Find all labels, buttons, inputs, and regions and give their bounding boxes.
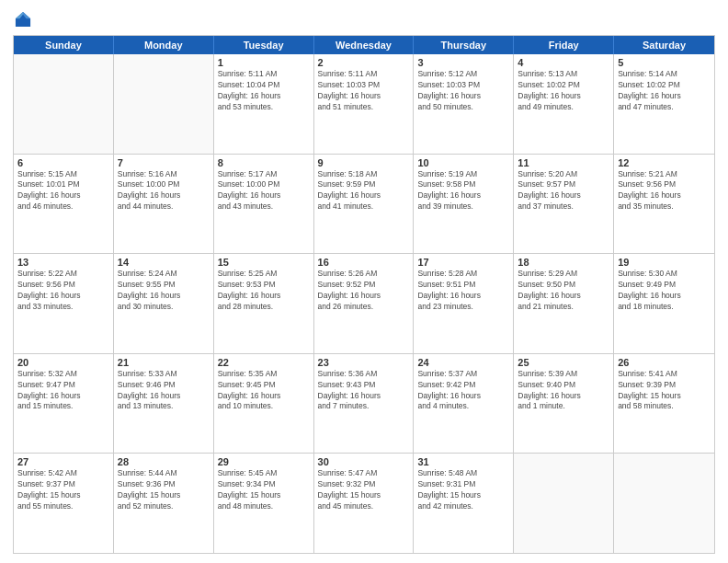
calendar-row-4: 20Sunrise: 5:32 AM Sunset: 9:47 PM Dayli…	[14, 353, 714, 454]
calendar-row-3: 13Sunrise: 5:22 AM Sunset: 9:56 PM Dayli…	[14, 253, 714, 353]
day-info: Sunrise: 5:11 AM Sunset: 10:03 PM Daylig…	[318, 69, 410, 113]
day-cell-15: 15Sunrise: 5:25 AM Sunset: 9:53 PM Dayli…	[214, 254, 314, 353]
day-number: 1	[218, 57, 310, 68]
day-cell-20: 20Sunrise: 5:32 AM Sunset: 9:47 PM Dayli…	[14, 354, 114, 454]
day-info: Sunrise: 5:37 AM Sunset: 9:42 PM Dayligh…	[417, 369, 509, 413]
day-info: Sunrise: 5:35 AM Sunset: 9:45 PM Dayligh…	[218, 369, 310, 413]
day-cell-23: 23Sunrise: 5:36 AM Sunset: 9:43 PM Dayli…	[314, 354, 415, 454]
day-info: Sunrise: 5:39 AM Sunset: 9:40 PM Dayligh…	[518, 369, 609, 413]
calendar-row-1: 1Sunrise: 5:11 AM Sunset: 10:04 PM Dayli…	[14, 54, 714, 154]
day-number: 21	[118, 357, 210, 368]
day-cell-4: 4Sunrise: 5:13 AM Sunset: 10:02 PM Dayli…	[514, 54, 614, 154]
day-info: Sunrise: 5:17 AM Sunset: 10:00 PM Daylig…	[218, 169, 310, 213]
day-info: Sunrise: 5:11 AM Sunset: 10:04 PM Daylig…	[218, 69, 310, 113]
day-cell-9: 9Sunrise: 5:18 AM Sunset: 9:59 PM Daylig…	[314, 155, 415, 254]
day-cell-18: 18Sunrise: 5:29 AM Sunset: 9:50 PM Dayli…	[514, 254, 614, 353]
day-cell-26: 26Sunrise: 5:41 AM Sunset: 9:39 PM Dayli…	[614, 354, 714, 454]
day-cell-19: 19Sunrise: 5:30 AM Sunset: 9:49 PM Dayli…	[614, 254, 714, 353]
day-number: 12	[618, 157, 711, 168]
day-cell-16: 16Sunrise: 5:26 AM Sunset: 9:52 PM Dayli…	[314, 254, 415, 353]
day-info: Sunrise: 5:32 AM Sunset: 9:47 PM Dayligh…	[17, 369, 109, 413]
day-number: 14	[118, 257, 210, 268]
day-number: 29	[218, 456, 310, 467]
day-cell-14: 14Sunrise: 5:24 AM Sunset: 9:55 PM Dayli…	[114, 254, 214, 353]
day-number: 10	[417, 157, 509, 168]
day-cell-21: 21Sunrise: 5:33 AM Sunset: 9:46 PM Dayli…	[114, 354, 214, 454]
calendar-row-5: 27Sunrise: 5:42 AM Sunset: 9:37 PM Dayli…	[14, 453, 714, 553]
day-number: 30	[318, 456, 410, 467]
day-cell-2: 2Sunrise: 5:11 AM Sunset: 10:03 PM Dayli…	[314, 54, 415, 154]
day-cell-1: 1Sunrise: 5:11 AM Sunset: 10:04 PM Dayli…	[214, 54, 314, 154]
day-number: 20	[17, 357, 109, 368]
page: SundayMondayTuesdayWednesdayThursdayFrid…	[0, 0, 728, 563]
day-number: 26	[618, 357, 711, 368]
day-info: Sunrise: 5:18 AM Sunset: 9:59 PM Dayligh…	[318, 169, 410, 213]
day-info: Sunrise: 5:28 AM Sunset: 9:51 PM Dayligh…	[417, 269, 509, 313]
day-number: 9	[318, 157, 410, 168]
day-info: Sunrise: 5:41 AM Sunset: 9:39 PM Dayligh…	[618, 369, 711, 413]
calendar: SundayMondayTuesdayWednesdayThursdayFrid…	[13, 35, 715, 554]
day-info: Sunrise: 5:26 AM Sunset: 9:52 PM Dayligh…	[318, 269, 410, 313]
day-cell-11: 11Sunrise: 5:20 AM Sunset: 9:57 PM Dayli…	[514, 155, 614, 254]
day-number: 24	[417, 357, 509, 368]
day-info: Sunrise: 5:36 AM Sunset: 9:43 PM Dayligh…	[318, 369, 410, 413]
day-number: 4	[518, 57, 609, 68]
day-cell-6: 6Sunrise: 5:15 AM Sunset: 10:01 PM Dayli…	[14, 155, 114, 254]
day-cell-27: 27Sunrise: 5:42 AM Sunset: 9:37 PM Dayli…	[14, 454, 114, 553]
day-number: 15	[218, 257, 310, 268]
day-number: 13	[17, 257, 109, 268]
day-info: Sunrise: 5:15 AM Sunset: 10:01 PM Daylig…	[17, 169, 109, 213]
empty-cell	[14, 54, 114, 154]
day-number: 11	[518, 157, 609, 168]
day-number: 8	[218, 157, 310, 168]
weekday-header-tuesday: Tuesday	[214, 36, 314, 54]
empty-cell	[114, 54, 214, 154]
day-number: 7	[118, 157, 210, 168]
day-info: Sunrise: 5:12 AM Sunset: 10:03 PM Daylig…	[417, 69, 509, 113]
day-cell-12: 12Sunrise: 5:21 AM Sunset: 9:56 PM Dayli…	[614, 155, 714, 254]
day-info: Sunrise: 5:13 AM Sunset: 10:02 PM Daylig…	[518, 69, 609, 113]
empty-cell	[514, 454, 614, 553]
day-number: 16	[318, 257, 410, 268]
day-info: Sunrise: 5:33 AM Sunset: 9:46 PM Dayligh…	[118, 369, 210, 413]
day-cell-25: 25Sunrise: 5:39 AM Sunset: 9:40 PM Dayli…	[514, 354, 614, 454]
weekday-header-wednesday: Wednesday	[314, 36, 415, 54]
weekday-header-saturday: Saturday	[614, 36, 714, 54]
day-info: Sunrise: 5:44 AM Sunset: 9:36 PM Dayligh…	[118, 468, 210, 512]
day-cell-5: 5Sunrise: 5:14 AM Sunset: 10:02 PM Dayli…	[614, 54, 714, 154]
calendar-header: SundayMondayTuesdayWednesdayThursdayFrid…	[14, 36, 714, 54]
day-number: 2	[318, 57, 410, 68]
day-cell-30: 30Sunrise: 5:47 AM Sunset: 9:32 PM Dayli…	[314, 454, 415, 553]
day-cell-13: 13Sunrise: 5:22 AM Sunset: 9:56 PM Dayli…	[14, 254, 114, 353]
day-number: 31	[417, 456, 509, 467]
day-number: 17	[417, 257, 509, 268]
day-info: Sunrise: 5:14 AM Sunset: 10:02 PM Daylig…	[618, 69, 711, 113]
logo	[13, 9, 37, 29]
day-cell-28: 28Sunrise: 5:44 AM Sunset: 9:36 PM Dayli…	[114, 454, 214, 553]
day-number: 25	[518, 357, 609, 368]
day-cell-22: 22Sunrise: 5:35 AM Sunset: 9:45 PM Dayli…	[214, 354, 314, 454]
logo-icon	[13, 9, 33, 29]
day-number: 28	[118, 456, 210, 467]
day-info: Sunrise: 5:20 AM Sunset: 9:57 PM Dayligh…	[518, 169, 609, 213]
day-info: Sunrise: 5:22 AM Sunset: 9:56 PM Dayligh…	[17, 269, 109, 313]
day-info: Sunrise: 5:25 AM Sunset: 9:53 PM Dayligh…	[218, 269, 310, 313]
day-info: Sunrise: 5:47 AM Sunset: 9:32 PM Dayligh…	[318, 468, 410, 512]
day-info: Sunrise: 5:16 AM Sunset: 10:00 PM Daylig…	[118, 169, 210, 213]
calendar-row-2: 6Sunrise: 5:15 AM Sunset: 10:01 PM Dayli…	[14, 154, 714, 254]
day-info: Sunrise: 5:21 AM Sunset: 9:56 PM Dayligh…	[618, 169, 711, 213]
day-info: Sunrise: 5:19 AM Sunset: 9:58 PM Dayligh…	[417, 169, 509, 213]
day-info: Sunrise: 5:45 AM Sunset: 9:34 PM Dayligh…	[218, 468, 310, 512]
day-cell-17: 17Sunrise: 5:28 AM Sunset: 9:51 PM Dayli…	[414, 254, 514, 353]
weekday-header-monday: Monday	[114, 36, 214, 54]
day-number: 6	[17, 157, 109, 168]
day-number: 5	[618, 57, 711, 68]
day-number: 22	[218, 357, 310, 368]
day-cell-7: 7Sunrise: 5:16 AM Sunset: 10:00 PM Dayli…	[114, 155, 214, 254]
day-info: Sunrise: 5:42 AM Sunset: 9:37 PM Dayligh…	[17, 468, 109, 512]
day-cell-24: 24Sunrise: 5:37 AM Sunset: 9:42 PM Dayli…	[414, 354, 514, 454]
day-cell-3: 3Sunrise: 5:12 AM Sunset: 10:03 PM Dayli…	[414, 54, 514, 154]
day-number: 27	[17, 456, 109, 467]
empty-cell	[614, 454, 714, 553]
day-info: Sunrise: 5:30 AM Sunset: 9:49 PM Dayligh…	[618, 269, 711, 313]
